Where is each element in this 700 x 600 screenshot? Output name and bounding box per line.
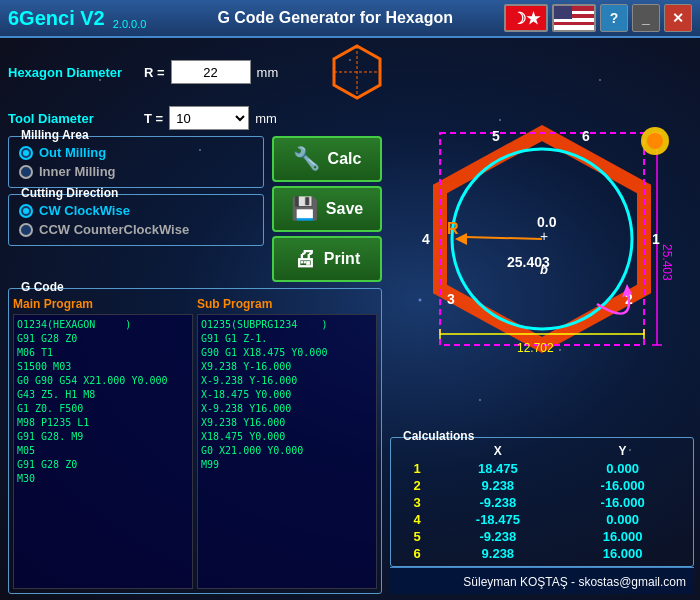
hex-unit: mm <box>257 65 279 80</box>
tool-diameter-input[interactable]: 10 8 12 6 <box>169 106 249 130</box>
calc-row: 3 -9.238 -16.000 <box>399 494 685 511</box>
calc-section: Calculations X Y 1 18.475 0.000 2 9.238 … <box>390 437 694 567</box>
inner-milling-radio[interactable] <box>19 165 33 179</box>
hex-diagram: 0.0 + b 25.403 12.702 25.403 R 1 <box>390 44 694 433</box>
row-num: 4 <box>399 511 435 528</box>
svg-text:1: 1 <box>652 231 660 247</box>
cutting-direction-group: Cutting Direction CW ClockWise CCW Count… <box>8 194 264 246</box>
cw-row[interactable]: CW ClockWise <box>19 203 253 218</box>
calc-icon: 🔧 <box>293 146 320 172</box>
inner-milling-row[interactable]: Inner Milling <box>19 164 253 179</box>
main-program-text[interactable]: O1234(HEXAGON ) G91 G28 Z0 M06 T1 S1500 … <box>13 314 193 589</box>
svg-text:5: 5 <box>492 128 500 144</box>
svg-text:25.403: 25.403 <box>660 244 674 281</box>
print-button[interactable]: 🖨 Print <box>272 236 382 282</box>
cw-radio[interactable] <box>19 204 33 218</box>
row-num: 1 <box>399 460 435 477</box>
hex-diagram-container: 0.0 + b 25.403 12.702 25.403 R 1 <box>407 119 677 359</box>
calc-button[interactable]: 🔧 Calc <box>272 136 382 182</box>
calc-label: Calc <box>328 150 362 168</box>
minimize-button[interactable]: _ <box>632 4 660 32</box>
svg-text:+: + <box>540 228 548 244</box>
left-panel: Hexagon Diameter R = mm Tool Diameter T … <box>0 38 390 600</box>
sub-program-header: Sub Program <box>197 297 377 311</box>
row-x: -9.238 <box>435 494 560 511</box>
print-icon: 🖨 <box>294 246 316 272</box>
hexagon-diameter-label: Hexagon Diameter <box>8 65 138 80</box>
cutting-direction-label: Cutting Direction <box>17 186 122 200</box>
hexagon-diameter-input[interactable] <box>171 60 251 84</box>
row-x: 18.475 <box>435 460 560 477</box>
tool-diameter-label: Tool Diameter <box>8 111 138 126</box>
row-x: 9.238 <box>435 545 560 562</box>
app-title: 6Genci V2 <box>8 7 105 30</box>
gcode-label: G Code <box>17 280 68 294</box>
svg-text:25.403: 25.403 <box>507 254 550 270</box>
tool-unit: mm <box>255 111 277 126</box>
save-icon: 💾 <box>291 196 318 222</box>
calc-row: 1 18.475 0.000 <box>399 460 685 477</box>
tool-diameter-row: Tool Diameter T = 10 8 12 6 mm <box>8 106 382 130</box>
cw-label: CW ClockWise <box>39 203 130 218</box>
out-milling-radio[interactable] <box>19 146 33 160</box>
right-panel: 0.0 + b 25.403 12.702 25.403 R 1 <box>390 38 700 600</box>
footer-text: Süleyman KOŞTAŞ - skostas@gmail.com <box>463 575 686 589</box>
print-label: Print <box>324 250 360 268</box>
window-subtitle: G Code Generator for Hexagon <box>166 9 504 27</box>
row-y: -16.000 <box>560 477 685 494</box>
svg-text:3: 3 <box>447 291 455 307</box>
hex-diagram-svg: 0.0 + b 25.403 12.702 25.403 R 1 <box>407 119 677 359</box>
calc-row: 5 -9.238 16.000 <box>399 528 685 545</box>
row-x: -18.475 <box>435 511 560 528</box>
row-num: 2 <box>399 477 435 494</box>
row-y: 0.000 <box>560 460 685 477</box>
milling-area-label: Milling Area <box>17 128 93 142</box>
row-num: 6 <box>399 545 435 562</box>
out-milling-row[interactable]: Out Milling <box>19 145 253 160</box>
inner-milling-label: Inner Milling <box>39 164 116 179</box>
save-label: Save <box>326 200 363 218</box>
svg-line-12 <box>465 237 542 239</box>
svg-text:4: 4 <box>422 231 430 247</box>
footer: Süleyman KOŞTAŞ - skostas@gmail.com <box>390 567 694 594</box>
save-button[interactable]: 💾 Save <box>272 186 382 232</box>
hex-small-preview <box>332 44 382 100</box>
svg-point-29 <box>647 133 663 149</box>
out-milling-label: Out Milling <box>39 145 106 160</box>
svg-text:6: 6 <box>582 128 590 144</box>
row-num: 3 <box>399 494 435 511</box>
hexagon-diameter-row: Hexagon Diameter R = mm <box>8 44 382 100</box>
main-program-header: Main Program <box>13 297 193 311</box>
col-header-y: Y <box>560 442 685 460</box>
calc-row: 6 9.238 16.000 <box>399 545 685 562</box>
milling-area-group: Milling Area Out Milling Inner Milling <box>8 136 264 188</box>
calc-row: 2 9.238 -16.000 <box>399 477 685 494</box>
groups-col: Milling Area Out Milling Inner Milling <box>8 136 264 282</box>
row-y: 16.000 <box>560 545 685 562</box>
ccw-row[interactable]: CCW CounterClockWise <box>19 222 253 237</box>
svg-text:12.702: 12.702 <box>517 341 554 355</box>
row-num: 5 <box>399 528 435 545</box>
ccw-label: CCW CounterClockWise <box>39 222 189 237</box>
content-area: Hexagon Diameter R = mm Tool Diameter T … <box>0 38 700 600</box>
tool-t-label: T = <box>144 111 163 126</box>
flag-us-button[interactable] <box>552 4 596 32</box>
svg-text:R: R <box>447 220 459 237</box>
row-y: -16.000 <box>560 494 685 511</box>
action-buttons-col: 🔧 Calc 💾 Save 🖨 Print <box>272 136 382 282</box>
help-button[interactable]: ? <box>600 4 628 32</box>
app-version: 2.0.0.0 <box>113 18 147 30</box>
sub-program-text[interactable]: O1235(SUBPRG1234 ) G91 G1 Z-1. G90 G1 X1… <box>197 314 377 589</box>
col-header-x: X <box>435 442 560 460</box>
hex-r-label: R = <box>144 65 165 80</box>
row-x: -9.238 <box>435 528 560 545</box>
row-y: 16.000 <box>560 528 685 545</box>
flag-tr-button[interactable]: ☽★ <box>504 4 548 32</box>
title-buttons: ☽★ ? _ ✕ <box>504 4 692 32</box>
close-button[interactable]: ✕ <box>664 4 692 32</box>
calc-row: 4 -18.475 0.000 <box>399 511 685 528</box>
gcode-section: G Code Main Program O1234(HEXAGON ) G91 … <box>8 288 382 594</box>
main-program-col: Main Program O1234(HEXAGON ) G91 G28 Z0 … <box>13 297 193 589</box>
sub-program-col: Sub Program O1235(SUBPRG1234 ) G91 G1 Z-… <box>197 297 377 589</box>
ccw-radio[interactable] <box>19 223 33 237</box>
